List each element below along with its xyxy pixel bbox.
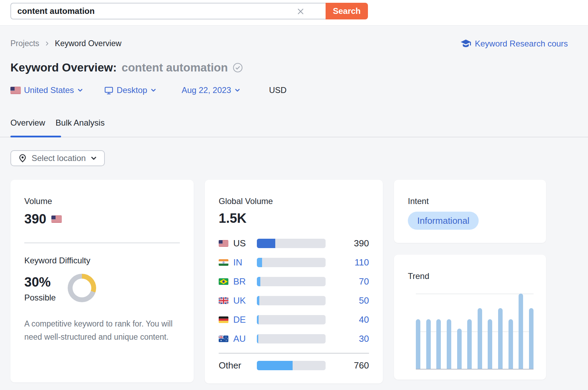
difficulty-donut xyxy=(68,274,96,302)
de-flag-icon xyxy=(219,316,228,323)
volume-bar xyxy=(257,334,326,344)
volume-bar xyxy=(257,361,326,370)
in-flag-icon xyxy=(219,259,228,266)
volume-value: 390 xyxy=(24,212,46,227)
global-volume-row[interactable]: AU 30 xyxy=(219,334,369,344)
global-volume-total: 1.5K xyxy=(219,211,369,226)
breadcrumb-current: Keyword Overview xyxy=(55,39,121,48)
trend-bar xyxy=(416,319,420,370)
chart-baseline xyxy=(416,369,534,370)
country-code: DE xyxy=(233,314,257,325)
breadcrumb: Projects Keyword Overview xyxy=(10,39,121,48)
keyword-difficulty-qualifier: Possible xyxy=(24,293,56,303)
global-volume-row[interactable]: UK 50 xyxy=(219,296,369,305)
chevron-down-icon xyxy=(90,155,97,162)
date-filter-label: Aug 22, 2023 xyxy=(182,85,231,95)
volume-label: Volume xyxy=(24,196,180,206)
tab-bulk-analysis[interactable]: Bulk Analysis xyxy=(56,118,104,128)
country-code: BR xyxy=(233,276,257,287)
global-volume-row[interactable]: IN 110 xyxy=(219,257,369,267)
trend-card: Trend xyxy=(394,255,546,380)
trend-bar xyxy=(426,319,431,370)
trend-bar xyxy=(498,308,503,370)
chevron-down-icon xyxy=(234,87,241,93)
us-flag-icon xyxy=(10,87,21,94)
volume-bar xyxy=(257,258,326,267)
br-flag-icon xyxy=(219,278,228,285)
keyword-difficulty-description: A competitive keyword to rank for. You w… xyxy=(24,317,180,344)
volume-bar xyxy=(257,239,326,248)
tabs: Overview Bulk Analysis xyxy=(10,118,104,128)
country-filter[interactable]: United States xyxy=(10,85,83,95)
other-label: Other xyxy=(219,360,257,371)
global-volume-label: Global Volume xyxy=(219,196,369,206)
chevron-down-icon xyxy=(77,87,83,93)
intent-badge: Informational xyxy=(408,212,479,230)
country-volume: 30 xyxy=(326,333,369,344)
trend-bar xyxy=(488,319,492,370)
au-flag-icon xyxy=(219,336,228,342)
trend-bar xyxy=(467,319,472,370)
date-filter[interactable]: Aug 22, 2023 xyxy=(182,85,241,95)
country-volume: 50 xyxy=(326,295,369,306)
country-volume: 70 xyxy=(326,276,369,287)
filters-row: United States Desktop Aug 22, 2023 USD xyxy=(10,85,287,95)
trend-bar xyxy=(509,319,513,370)
course-link-label: Keyword Research cours xyxy=(475,39,568,49)
country-code: US xyxy=(233,238,257,249)
card-divider xyxy=(219,353,369,354)
tabs-divider xyxy=(0,137,588,137)
volume-card: Volume 390 Keyword Difficulty 30% Possib… xyxy=(10,180,194,382)
trend-chart xyxy=(416,294,534,370)
global-volume-card: Global Volume 1.5K US 390 IN 110 xyxy=(205,180,383,383)
search-input[interactable] xyxy=(10,3,326,19)
x-clear-icon xyxy=(296,7,305,16)
global-volume-rows: US 390 IN 110 BR 70 xyxy=(219,238,369,344)
country-volume: 110 xyxy=(326,257,369,268)
map-pin-icon xyxy=(18,154,27,163)
search-button[interactable]: Search xyxy=(326,3,368,19)
us-flag-icon xyxy=(51,215,62,223)
trend-bar xyxy=(457,329,462,370)
device-filter-label: Desktop xyxy=(117,85,147,95)
country-code: AU xyxy=(233,333,257,344)
trend-bars xyxy=(416,294,534,370)
breadcrumb-projects[interactable]: Projects xyxy=(10,39,39,48)
country-volume: 390 xyxy=(326,238,369,249)
uk-flag-icon xyxy=(219,297,228,304)
keyword-difficulty-label: Keyword Difficulty xyxy=(24,256,180,265)
check-circle-icon xyxy=(233,62,243,73)
global-volume-other-row: Other 760 xyxy=(219,361,369,370)
trend-bar xyxy=(436,319,441,370)
metrics-cards: Volume 390 Keyword Difficulty 30% Possib… xyxy=(10,180,546,383)
volume-bar xyxy=(257,315,326,324)
device-filter[interactable]: Desktop xyxy=(104,85,157,95)
chevron-right-icon xyxy=(44,41,50,46)
trend-bar xyxy=(529,308,534,370)
volume-bar xyxy=(257,296,326,305)
topbar: Search xyxy=(0,0,588,26)
us-flag-icon xyxy=(219,240,228,247)
location-selector-label: Select location xyxy=(32,153,86,163)
global-volume-row[interactable]: BR 70 xyxy=(219,277,369,286)
clear-search-button[interactable] xyxy=(296,7,305,16)
location-selector[interactable]: Select location xyxy=(10,150,105,166)
global-volume-row[interactable]: DE 40 xyxy=(219,315,369,324)
monitor-icon xyxy=(104,86,114,95)
trend-bar xyxy=(478,308,482,370)
graduation-cap-icon xyxy=(460,38,471,49)
page-title-prefix: Keyword Overview: xyxy=(10,61,117,74)
trend-bar xyxy=(519,294,523,370)
active-tab-underline xyxy=(10,136,61,137)
card-divider xyxy=(24,243,180,243)
trend-label: Trend xyxy=(408,271,546,281)
trend-bar xyxy=(447,319,451,370)
course-link[interactable]: Keyword Research cours xyxy=(460,38,568,49)
country-volume: 40 xyxy=(326,314,369,325)
tab-overview[interactable]: Overview xyxy=(10,118,45,128)
global-volume-row[interactable]: US 390 xyxy=(219,238,369,248)
other-volume: 760 xyxy=(326,360,369,371)
page-title: Keyword Overview: content automation xyxy=(10,61,243,74)
country-code: IN xyxy=(233,257,257,268)
country-code: UK xyxy=(233,295,257,306)
